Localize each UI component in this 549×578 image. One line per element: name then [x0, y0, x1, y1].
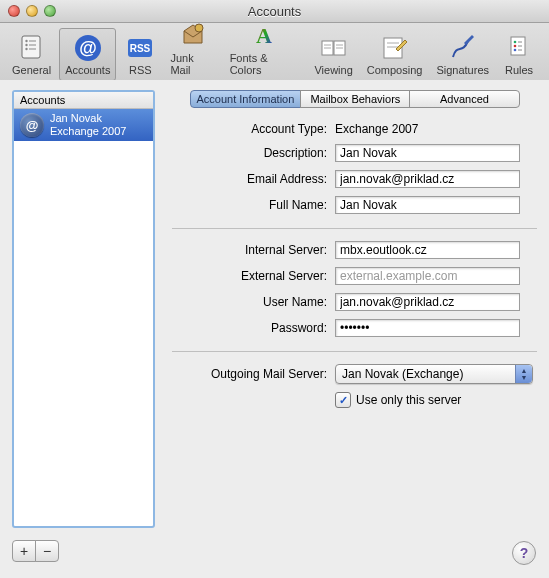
at-sign-icon: @: [20, 113, 44, 137]
toolbar-item-general[interactable]: General: [6, 28, 57, 81]
checkbox-icon: ✓: [335, 392, 351, 408]
svg-point-23: [514, 41, 517, 44]
accounts-sidebar: Accounts @ Jan Novak Exchange 2007: [12, 90, 155, 528]
label-full-name: Full Name:: [172, 198, 327, 212]
tabs: Account Information Mailbox Behaviors Ad…: [190, 90, 520, 108]
toolbar-label: Accounts: [65, 64, 110, 76]
svg-text:RSS: RSS: [130, 43, 151, 54]
toolbar-item-rss[interactable]: RSS RSS: [118, 28, 162, 81]
close-window-button[interactable]: [8, 5, 20, 17]
toolbar-label: Junk Mail: [170, 52, 215, 76]
svg-point-25: [514, 49, 517, 52]
svg-point-6: [25, 48, 27, 50]
popup-arrows-icon: ▲▼: [515, 365, 532, 383]
svg-point-4: [25, 40, 27, 42]
label-user-name: User Name:: [172, 295, 327, 309]
account-item-text: Jan Novak Exchange 2007: [50, 112, 126, 138]
label-description: Description:: [172, 146, 327, 160]
toolbar-label: Signatures: [436, 64, 489, 76]
account-detail-pane: Account Information Mailbox Behaviors Ad…: [172, 90, 537, 528]
toolbar-label: Composing: [367, 64, 423, 76]
at-sign-icon: @: [72, 32, 104, 64]
checkbox-label: Use only this server: [356, 393, 461, 407]
rss-icon: RSS: [124, 32, 156, 64]
value-account-type: Exchange 2007: [335, 122, 537, 136]
svg-rect-0: [22, 36, 40, 58]
divider: [172, 228, 537, 229]
sidebar-item-account[interactable]: @ Jan Novak Exchange 2007: [14, 109, 153, 141]
window-title: Accounts: [0, 4, 549, 19]
external-server-field[interactable]: [335, 267, 520, 285]
preferences-toolbar: General @ Accounts RSS RSS Junk Ma: [0, 23, 549, 82]
composing-icon: [379, 32, 411, 64]
divider: [172, 351, 537, 352]
minimize-window-button[interactable]: [26, 5, 38, 17]
svg-point-11: [195, 24, 203, 32]
svg-text:A: A: [256, 23, 272, 48]
account-form: Account Type: Exchange 2007 Description:…: [172, 122, 537, 408]
label-outgoing-server: Outgoing Mail Server:: [172, 367, 327, 381]
email-field[interactable]: [335, 170, 520, 188]
toolbar-label: Viewing: [314, 64, 352, 76]
user-name-field[interactable]: [335, 293, 520, 311]
general-icon: [16, 32, 48, 64]
tab-mailbox-behaviors[interactable]: Mailbox Behaviors: [300, 90, 410, 108]
rules-icon: [503, 32, 535, 64]
toolbar-label: RSS: [129, 64, 152, 76]
sidebar-header: Accounts: [14, 92, 153, 109]
viewing-icon: [318, 32, 350, 64]
titlebar: Accounts: [0, 0, 549, 23]
toolbar-item-fonts[interactable]: A Fonts & Colors: [224, 16, 307, 81]
label-internal-server: Internal Server:: [172, 243, 327, 257]
tab-advanced[interactable]: Advanced: [409, 90, 519, 108]
signatures-icon: [447, 32, 479, 64]
tab-account-info[interactable]: Account Information: [190, 90, 302, 108]
label-account-type: Account Type:: [172, 122, 327, 136]
window-controls: [0, 5, 56, 17]
zoom-window-button[interactable]: [44, 5, 56, 17]
svg-text:@: @: [79, 38, 97, 58]
junk-mail-icon: [177, 20, 209, 52]
password-field[interactable]: [335, 319, 520, 337]
toolbar-item-rules[interactable]: Rules: [497, 28, 541, 81]
full-name-field[interactable]: [335, 196, 520, 214]
toolbar-item-viewing[interactable]: Viewing: [308, 28, 358, 81]
internal-server-field[interactable]: [335, 241, 520, 259]
label-external-server: External Server:: [172, 269, 327, 283]
svg-point-5: [25, 44, 27, 46]
add-account-button[interactable]: +: [12, 540, 36, 562]
toolbar-item-junk[interactable]: Junk Mail: [164, 16, 221, 81]
account-subtitle: Exchange 2007: [50, 125, 126, 138]
toolbar-item-accounts[interactable]: @ Accounts: [59, 28, 116, 81]
outgoing-server-value: Jan Novak (Exchange): [336, 367, 515, 381]
help-button[interactable]: ?: [512, 541, 536, 565]
toolbar-label: General: [12, 64, 51, 76]
label-email: Email Address:: [172, 172, 327, 186]
toolbar-item-signatures[interactable]: Signatures: [430, 28, 495, 81]
label-password: Password:: [172, 321, 327, 335]
toolbar-label: Fonts & Colors: [230, 52, 301, 76]
use-only-this-server-checkbox[interactable]: ✓ Use only this server: [335, 392, 537, 408]
outgoing-server-popup[interactable]: Jan Novak (Exchange) ▲▼: [335, 364, 533, 384]
account-name: Jan Novak: [50, 112, 126, 125]
description-field[interactable]: [335, 144, 520, 162]
svg-point-24: [514, 45, 517, 48]
remove-account-button[interactable]: −: [35, 540, 59, 562]
toolbar-item-composing[interactable]: Composing: [361, 28, 429, 81]
toolbar-label: Rules: [505, 64, 533, 76]
fonts-colors-icon: A: [249, 20, 281, 52]
add-remove-controls: + −: [12, 540, 59, 562]
